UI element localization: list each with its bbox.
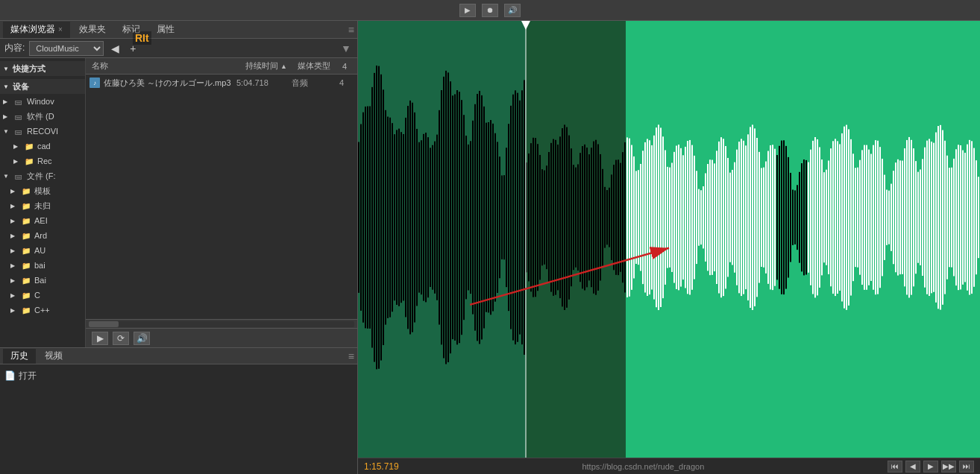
history-menu-icon[interactable]: ≡ <box>348 350 354 362</box>
folder-icon-bai-lower: 📁 <box>20 260 32 271</box>
tab-menu-icon[interactable]: ≡ <box>348 24 354 36</box>
horizontal-scrollbar[interactable] <box>86 319 357 328</box>
audio-icon: ♪ <box>89 78 100 88</box>
tree-item-aei[interactable]: ▶ 📁 AEI <box>0 213 85 228</box>
tree-device-header: ▼ 设备 <box>0 79 85 94</box>
tree-item-unsorted[interactable]: ▶ 📁 未归 <box>0 198 85 213</box>
file-item-mp3[interactable]: ♪ 佐藤ひろ美 ～けのオルゴール.mp3 5:04.718 音频 4 <box>86 75 357 91</box>
hdd-icon-2: 🖴 <box>13 111 25 121</box>
tab-properties[interactable]: 属性 <box>149 22 182 38</box>
prev-btn[interactable]: ◀ <box>905 461 920 473</box>
tree-shortcut-header: ▼ 快捷方式 <box>0 61 85 76</box>
rit-label: RIt <box>133 31 151 45</box>
folder-icon-template: 📁 <box>20 186 32 196</box>
scrollbar-track <box>89 321 354 327</box>
tree-aei-label: AEI <box>34 216 48 225</box>
tree-recover-label: RECOVI <box>27 127 58 136</box>
play-btn-status[interactable]: ▶ <box>923 461 938 473</box>
tree-au-label: AU <box>34 246 45 255</box>
file-duration: 5:04.718 <box>236 78 289 87</box>
history-item-open[interactable]: 📄 打开 <box>4 367 353 384</box>
right-panel: 1:15.719 https://blog.csdn.net/rude_drag… <box>358 21 980 474</box>
device-chevron: ▼ <box>3 83 10 90</box>
tree-item-windov[interactable]: ▶ 🖴 Windov <box>0 94 85 109</box>
left-panel: 媒体浏览器 × 效果夹 标记 属性 ≡ 内容: CloudMusic ◀ + ▼ <box>0 21 358 474</box>
tree-item-cpp[interactable]: ▶ 📁 C++ <box>0 303 85 317</box>
history-tab-bar: 历史 视频 ≡ <box>0 348 357 364</box>
speaker-btn[interactable]: 🔊 <box>504 4 521 17</box>
hdd-icon-file: 🖴 <box>13 171 25 181</box>
status-bar: 1:15.719 https://blog.csdn.net/rude_drag… <box>358 458 980 474</box>
file-extra: 4 <box>339 78 354 87</box>
tab-media-browser-label: 媒体浏览器 <box>10 23 55 36</box>
scrollbar-thumb[interactable] <box>89 321 119 327</box>
back-btn[interactable]: ◀ <box>108 42 122 55</box>
tree-file-drive-label: 文件 (F: <box>27 171 56 182</box>
tree-bai-upper-label: Bai <box>34 276 46 285</box>
tree-item-recover[interactable]: ▼ 🖴 RECOVI <box>0 124 85 139</box>
file-icon: ♪ <box>89 77 101 89</box>
tab-media-browser-close[interactable]: × <box>58 25 63 34</box>
tree-rec-label: Rec <box>37 157 52 165</box>
hdd-icon: 🖴 <box>13 96 25 107</box>
top-toolbar: ▶ ⏺ 🔊 <box>0 0 980 21</box>
folder-icon-c: 📁 <box>20 290 32 300</box>
tab-video[interactable]: 视频 <box>37 349 70 364</box>
status-controls: ⏮ ◀ ▶ ▶▶ ⏭ <box>888 461 974 473</box>
filter-btn[interactable]: ▼ <box>339 42 353 55</box>
status-url: https://blog.csdn.net/rude_dragon <box>582 462 704 471</box>
tree-item-software[interactable]: ▶ 🖴 软件 (D <box>0 109 85 124</box>
folder-icon-au: 📁 <box>20 245 32 256</box>
tree-cad-label: cad <box>37 142 51 151</box>
play-preview-btn[interactable]: ▶ <box>92 332 108 345</box>
tree-item-au[interactable]: ▶ 📁 AU <box>0 243 85 258</box>
tree-software-label: 软件 (D <box>27 111 54 122</box>
skip-fwd-btn[interactable]: ⏭ <box>959 461 974 473</box>
tab-bar: 媒体浏览器 × 效果夹 标记 属性 ≡ <box>0 21 357 39</box>
history-item-icon: 📄 <box>4 370 16 381</box>
folder-icon-ard: 📁 <box>20 230 32 241</box>
next-btn[interactable]: ▶▶ <box>941 461 956 473</box>
history-content: 📄 打开 <box>0 364 357 474</box>
col-name-header: 名称 <box>89 60 242 72</box>
browser-right: 名称 持续时间 ▲ 媒体类型 4 <box>86 58 357 347</box>
play-btn[interactable]: ▶ <box>459 4 476 17</box>
col-mediatype-header: 媒体类型 <box>295 60 339 72</box>
tree-item-file-drive[interactable]: ▼ 🖴 文件 (F: <box>0 168 85 183</box>
folder-icon-cpp: 📁 <box>20 305 32 315</box>
tree-item-rec[interactable]: ▶ 📁 Rec <box>0 154 85 168</box>
file-list: ♪ 佐藤ひろ美 ～けのオルゴール.mp3 5:04.718 音频 4 <box>86 75 357 319</box>
tab-history[interactable]: 历史 <box>3 349 36 364</box>
tab-effects[interactable]: 效果夹 <box>72 22 113 38</box>
tree-item-ard[interactable]: ▶ 📁 Ard <box>0 228 85 243</box>
record-btn[interactable]: ⏺ <box>482 4 498 17</box>
tree-item-cad[interactable]: ▶ 📁 cad <box>0 139 85 154</box>
col-headers: 名称 持续时间 ▲ 媒体类型 4 <box>86 58 357 75</box>
content-folder-select[interactable]: CloudMusic <box>29 41 104 56</box>
content-header: 内容: CloudMusic ◀ + ▼ <box>0 39 357 58</box>
device-label: 设备 <box>13 81 29 92</box>
skip-back-btn[interactable]: ⏮ <box>888 461 902 473</box>
tree-unsorted-label: 未归 <box>34 200 51 212</box>
speaker-preview-btn[interactable]: 🔊 <box>134 332 150 345</box>
tree-item-template[interactable]: ▶ 📁 模板 <box>0 183 85 198</box>
tab-media-browser[interactable]: 媒体浏览器 × <box>3 22 70 38</box>
file-type: 音频 <box>292 78 336 89</box>
tree-item-bai-lower[interactable]: ▶ 📁 bai <box>0 258 85 273</box>
tree-panel: ▼ 快捷方式 ▼ 设备 ▶ 🖴 Windov ▶ 🖴 软件 (D <box>0 58 86 347</box>
tree-item-c[interactable]: ▶ 📁 C <box>0 288 85 303</box>
waveform-area <box>358 21 980 458</box>
history-item-label: 打开 <box>19 370 37 382</box>
tree-item-bai-upper[interactable]: ▶ 📁 Bai <box>0 273 85 288</box>
shortcut-chevron: ▼ <box>3 66 10 72</box>
history-panel: 历史 视频 ≡ 📄 打开 <box>0 347 357 474</box>
tree-cpp-label: C++ <box>34 306 50 315</box>
status-time: 1:15.719 <box>364 461 399 472</box>
content-label: 内容: <box>4 42 25 54</box>
file-name: 佐藤ひろ美 ～けのオルゴール.mp3 <box>104 78 233 89</box>
tree-bai-lower-label: bai <box>34 261 45 270</box>
loop-btn[interactable]: ⟳ <box>113 332 129 345</box>
browser-bottom-toolbar: ▶ ⟳ 🔊 <box>86 328 357 347</box>
main-layout: 媒体浏览器 × 效果夹 标记 属性 ≡ 内容: CloudMusic ◀ + ▼ <box>0 21 980 474</box>
tab-effects-label: 效果夹 <box>79 23 106 36</box>
